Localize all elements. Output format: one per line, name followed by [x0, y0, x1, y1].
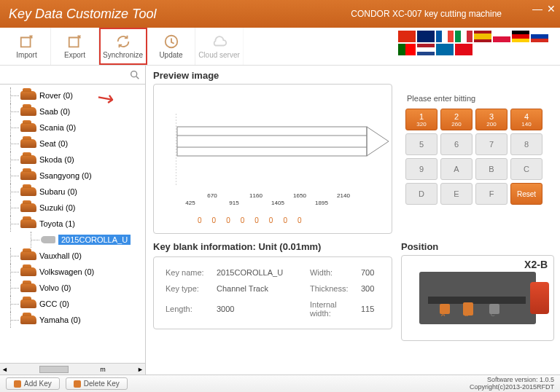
search-icon: [129, 69, 141, 81]
tree-item[interactable]: Vauxhall (0): [20, 248, 145, 264]
keypad-E[interactable]: E: [440, 183, 472, 205]
cloud-button[interactable]: Cloud server: [195, 28, 244, 65]
tree-item[interactable]: Rover (0): [20, 87, 145, 103]
flag-se[interactable]: [436, 44, 454, 55]
update-button[interactable]: Update: [147, 28, 195, 65]
close-icon[interactable]: ✕: [547, 3, 556, 15]
keypad-A[interactable]: A: [440, 158, 472, 180]
tree-item[interactable]: GCC (0): [20, 296, 145, 312]
flag-es[interactable]: [474, 31, 491, 42]
bitting-zeros: 00000000: [198, 216, 302, 224]
bitting-label: Please enter bitting: [407, 94, 554, 103]
add-icon: [14, 380, 21, 388]
flag-pl[interactable]: [493, 31, 510, 42]
car-icon: [20, 187, 36, 196]
tree-item[interactable]: Saab (0): [20, 103, 145, 119]
delete-key-button[interactable]: Delete Key: [66, 377, 128, 390]
svg-rect-3: [177, 127, 367, 156]
export-icon: [67, 34, 83, 50]
svg-marker-6: [367, 127, 389, 156]
position-heading: Position: [401, 241, 554, 252]
blank-info-box: Key name:2015COROLLA_U Width:700 Key typ…: [153, 256, 392, 329]
copyright-label: Copyright(c)2013-2015RFDT: [470, 384, 554, 391]
position-label: X2-B: [524, 259, 548, 270]
sync-icon: [115, 34, 131, 50]
position-box: X2-B A B C: [401, 255, 554, 341]
car-icon: [20, 107, 36, 116]
keypad-F[interactable]: F: [475, 183, 508, 205]
flag-fr[interactable]: [436, 31, 454, 42]
car-icon: [20, 139, 36, 148]
tree-item[interactable]: Suzuki (0): [20, 200, 145, 216]
car-icon: [20, 171, 36, 180]
keypad-D[interactable]: D: [405, 183, 438, 205]
keypad-2[interactable]: 2260: [440, 109, 472, 130]
flag-nl[interactable]: [417, 44, 435, 55]
export-button[interactable]: Export: [51, 28, 99, 65]
car-icon: [20, 123, 36, 132]
tree-item[interactable]: Subaru (0): [20, 184, 145, 200]
keypad-8[interactable]: 8: [510, 133, 542, 155]
blank-heading: Key blank information: Unit (0.01mm): [153, 241, 392, 252]
footer: Add Key Delete Key Software version: 1.0…: [0, 375, 560, 392]
app-title: Key Data Customize Tool: [9, 7, 156, 22]
delete-icon: [74, 380, 81, 388]
axis-ticks: 42567091511601405165018952140: [183, 192, 377, 207]
car-icon: [20, 91, 36, 100]
flag-cn[interactable]: [398, 31, 416, 42]
keypad-6[interactable]: 6: [440, 133, 472, 155]
search-bar[interactable]: [0, 66, 145, 85]
car-icon: [20, 267, 36, 276]
app-subtitle: CONDOR XC-007 key cutting machine: [351, 9, 502, 19]
keypad-5[interactable]: 5: [405, 133, 438, 155]
tree-item[interactable]: Yamaha (0): [20, 312, 145, 328]
tree-item[interactable]: Toyota (1): [20, 216, 145, 232]
tree-item[interactable]: Seat (0): [20, 136, 145, 152]
keypad-9[interactable]: 9: [405, 158, 438, 180]
flag-de[interactable]: [512, 31, 529, 42]
title-bar: Key Data Customize Tool CONDOR XC-007 ke…: [0, 0, 560, 28]
vehicle-tree[interactable]: Rover (0)Saab (0)Scania (0)Seat (0)Skoda…: [0, 85, 145, 363]
synchronize-button[interactable]: Synchronize: [99, 28, 147, 65]
flag-it[interactable]: [455, 31, 472, 42]
tree-item[interactable]: Skoda (0): [20, 152, 145, 168]
tree-child-item[interactable]: 2015COROLLA_U: [41, 232, 145, 248]
tree-item[interactable]: Volvo (0): [20, 280, 145, 296]
car-icon: [20, 299, 36, 308]
preview-image: 42567091511601405165018952140 00000000: [153, 84, 392, 234]
minimize-icon[interactable]: —: [532, 3, 542, 15]
car-icon: [20, 283, 36, 292]
svg-point-1: [131, 71, 137, 77]
keypad-1[interactable]: 1320: [405, 109, 438, 130]
preview-heading: Preview image: [153, 70, 554, 81]
keypad-7[interactable]: 7: [475, 133, 508, 155]
clamp-icon: A B C: [419, 272, 536, 324]
car-icon: [20, 155, 36, 164]
keypad-B[interactable]: B: [475, 158, 508, 180]
flag-uk[interactable]: [417, 31, 435, 42]
keypad-3[interactable]: 3200: [475, 109, 508, 130]
horizontal-scrollbar[interactable]: ◄m►: [0, 363, 145, 375]
sidebar: Rover (0)Saab (0)Scania (0)Seat (0)Skoda…: [0, 66, 146, 375]
keypad-4[interactable]: 4140: [510, 109, 542, 130]
key-outline-icon: [176, 114, 394, 187]
car-icon: [20, 219, 36, 228]
update-icon: [163, 34, 179, 50]
tree-item[interactable]: Volkswagen (0): [20, 264, 145, 280]
car-icon: [20, 251, 36, 260]
car-icon: [20, 315, 36, 324]
flag-pt[interactable]: [398, 44, 416, 55]
tree-item[interactable]: Ssangyong (0): [20, 168, 145, 184]
import-icon: [19, 34, 35, 50]
bitting-panel: Please enter bitting 1320226032004140567…: [401, 84, 554, 234]
reset-button[interactable]: Reset: [510, 183, 542, 205]
flag-ru[interactable]: [531, 31, 548, 42]
add-key-button[interactable]: Add Key: [6, 377, 60, 390]
language-flags: [398, 31, 556, 55]
import-button[interactable]: Import: [3, 28, 51, 65]
flag-tr[interactable]: [455, 44, 472, 55]
toolbar: Import Export Synchronize Update Cloud s…: [0, 28, 560, 66]
tree-item[interactable]: Scania (0): [20, 119, 145, 136]
car-icon: [20, 203, 36, 212]
keypad-C[interactable]: C: [510, 158, 542, 180]
